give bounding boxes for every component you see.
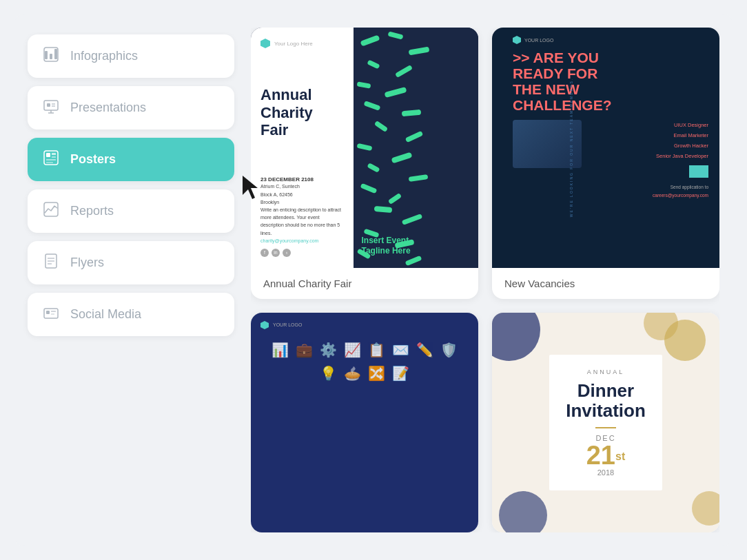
svg-rect-1 (50, 54, 52, 59)
vertical-text: WE'RE LOOKING FOR OUR NEXT TEAM MEMBERS. (569, 78, 573, 217)
presentations-icon (43, 98, 59, 117)
svg-rect-0 (45, 51, 48, 59)
dinner-divider (595, 427, 616, 428)
biz-icon-chart: 📊 (272, 342, 289, 358)
sidebar-item-posters[interactable]: Posters (28, 138, 234, 181)
sidebar-item-infographics[interactable]: Infographics (28, 34, 234, 78)
vac-headline-block: >> ARE YOUREADY FORTHE NEWCHALLENGE? (492, 44, 719, 113)
biz-icon-gear: ⚙️ (320, 342, 337, 358)
svg-rect-17 (44, 203, 58, 216)
card-business-poster[interactable]: YOUR LOGO 📊 💼 ⚙️ 📈 📋 ✉️ ✏️ 🛡️ (251, 313, 478, 532)
infographics-label: Infographics (70, 49, 138, 63)
teal-accent (689, 165, 708, 178)
biz-icon-clipboard: 📋 (368, 342, 385, 358)
dinner-annual-text: ANNUAL (566, 369, 646, 375)
charity-date: 23 DECEMBER 2108 (260, 176, 344, 183)
charity-tagline: Insert EventTagline Here (362, 236, 411, 257)
charity-title-block: AnnualCharityFair (260, 86, 344, 138)
svg-rect-14 (46, 159, 56, 160)
content-area: Your Logo Here AnnualCharityFair 23 DECE… (251, 28, 719, 532)
svg-rect-7 (47, 103, 50, 107)
deco-circle-5 (692, 491, 719, 526)
charity-venue: Atrium C, Suntech Block A, 62456 Brookly… (260, 183, 344, 245)
biz-logo-text: YOUR LOGO (273, 322, 302, 327)
charity-poster: Your Logo Here AnnualCharityFair 23 DECE… (251, 28, 478, 268)
charity-left: Your Logo Here AnnualCharityFair 23 DECE… (251, 28, 354, 268)
sidebar-item-flyers[interactable]: Flyers (28, 241, 234, 284)
dinner-content-card: ANNUAL DinnerInvitation DEC 21st 2018 (549, 355, 662, 491)
sidebar-item-presentations[interactable]: Presentations (28, 86, 234, 129)
reports-label: Reports (70, 204, 114, 218)
vac-headline: >> ARE YOUREADY FORTHE NEWCHALLENGE? (513, 50, 708, 113)
svg-rect-12 (52, 153, 56, 155)
charity-main-title: AnnualCharityFair (260, 86, 344, 138)
sidebar: Infographics Presentations (28, 28, 234, 532)
svg-rect-11 (46, 153, 50, 157)
biz-icon-arrows: 🔀 (368, 365, 385, 382)
vac-photo-row: UIUX Designer Email Marketer Growth Hack… (492, 113, 719, 178)
biz-icon-mail: ✉️ (392, 342, 409, 358)
svg-rect-13 (52, 156, 56, 158)
card-business-image: YOUR LOGO 📊 💼 ⚙️ 📈 📋 ✉️ ✏️ 🛡️ (251, 313, 478, 532)
posters-icon (43, 150, 59, 169)
dinner-title: DinnerInvitation (566, 381, 646, 422)
charity-logo-row: Your Logo Here (260, 39, 344, 48)
charity-right: Insert EventTagline Here (354, 28, 479, 268)
vac-hex-icon (513, 36, 521, 44)
sidebar-item-reports[interactable]: Reports (28, 189, 234, 233)
vac-apply-block: Send application tocareers@yourcompany.c… (492, 178, 719, 206)
vac-logo-row: YOUR LOGO (492, 28, 719, 44)
card-annual-charity-fair-label: Annual Charity Fair (251, 268, 478, 299)
social-icons-row: f in t (260, 249, 344, 257)
cursor-icon (243, 176, 263, 200)
dinner-sup: st (615, 450, 625, 462)
biz-hex-icon (260, 321, 269, 329)
vac-job-3: Growth Hacker (587, 141, 708, 151)
svg-rect-15 (46, 162, 53, 163)
social-media-icon (43, 305, 59, 324)
deco-circle-1 (492, 313, 540, 361)
svg-rect-23 (46, 311, 50, 314)
vac-job-list: UIUX Designer Email Marketer Growth Hack… (587, 120, 708, 161)
biz-icon-note: 📝 (392, 365, 409, 382)
card-new-vacancies-label: New Vacancies (492, 268, 719, 299)
cards-grid: Your Logo Here AnnualCharityFair 23 DECE… (251, 28, 719, 532)
charity-details-block: 23 DECEMBER 2108 Atrium C, Suntech Block… (260, 176, 344, 257)
vacancies-poster: WE'RE LOOKING FOR OUR NEXT TEAM MEMBERS.… (492, 28, 719, 268)
app-container: Infographics Presentations (14, 14, 733, 546)
svg-rect-24 (51, 311, 56, 312)
card-new-vacancies[interactable]: WE'RE LOOKING FOR OUR NEXT TEAM MEMBERS.… (492, 28, 719, 299)
reports-icon (43, 202, 59, 220)
flyers-label: Flyers (70, 256, 104, 270)
biz-icon-bulb: 💡 (320, 365, 337, 382)
business-poster: YOUR LOGO 📊 💼 ⚙️ 📈 📋 ✉️ ✏️ 🛡️ (251, 313, 478, 532)
squiggles-bg (354, 28, 479, 268)
presentations-label: Presentations (70, 101, 146, 115)
vac-job-4: Senior Java Developer (587, 151, 708, 161)
card-annual-charity-fair[interactable]: Your Logo Here AnnualCharityFair 23 DECE… (251, 28, 478, 299)
card-annual-charity-fair-image: Your Logo Here AnnualCharityFair 23 DECE… (251, 28, 478, 268)
logo-text: Your Logo Here (274, 41, 313, 47)
vac-job-1: UIUX Designer (587, 120, 708, 130)
biz-icon-pie: 🥧 (344, 365, 361, 382)
card-new-vacancies-image: WE'RE LOOKING FOR OUR NEXT TEAM MEMBERS.… (492, 28, 719, 268)
svg-rect-25 (51, 313, 54, 315)
biz-icon-pencil: ✏️ (416, 342, 433, 358)
posters-label: Posters (70, 152, 116, 167)
biz-icons-container: 📊 💼 ⚙️ 📈 📋 ✉️ ✏️ 🛡️ 💡 🥧 🔀 📝 (251, 338, 478, 386)
svg-rect-4 (44, 101, 58, 110)
infographics-icon (43, 47, 59, 65)
flyers-icon (43, 253, 59, 272)
vac-job-2: Email Marketer (587, 130, 708, 141)
vac-cta: Send application tocareers@yourcompany.c… (503, 183, 708, 199)
dinner-date-block: 21st (566, 442, 646, 468)
svg-rect-2 (54, 49, 57, 59)
social-media-label: Social Media (70, 307, 141, 322)
vac-logo-text: YOUR LOGO (524, 38, 553, 43)
sidebar-item-social-media[interactable]: Social Media (28, 293, 234, 336)
biz-icon-briefcase: 💼 (296, 342, 313, 358)
card-dinner-invitation[interactable]: ANNUAL DinnerInvitation DEC 21st 2018 (492, 313, 719, 532)
biz-icon-shield: 🛡️ (440, 342, 458, 358)
logo-hex (260, 39, 270, 48)
biz-logo-row: YOUR LOGO (251, 313, 478, 338)
